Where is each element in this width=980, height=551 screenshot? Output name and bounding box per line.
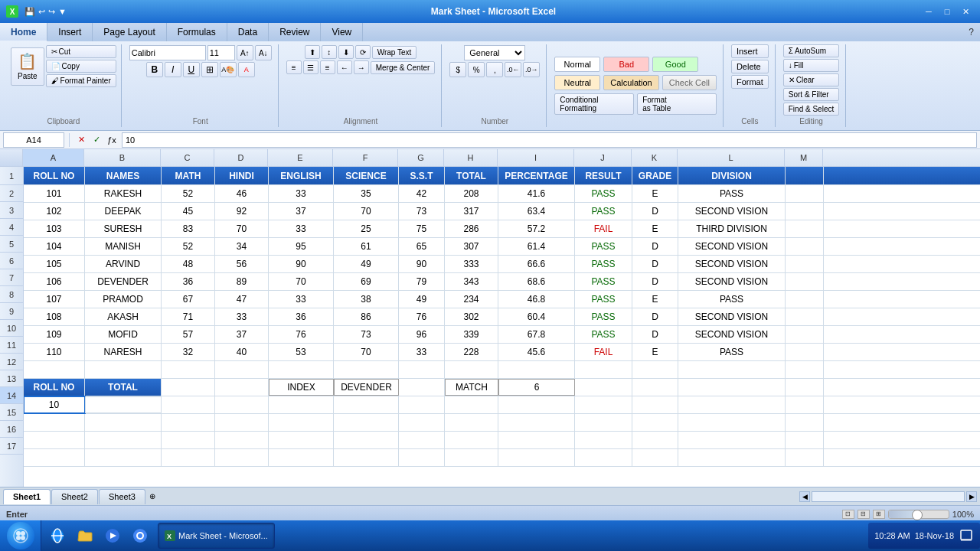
cell-C11[interactable]: 32 [162,344,215,360]
cell-B16[interactable] [85,432,162,448]
scroll-left-button[interactable]: ◀ [799,491,810,502]
cell-G5[interactable]: 65 [399,238,445,255]
cell-H4[interactable]: 286 [445,220,498,237]
cell-H6[interactable]: 333 [445,256,498,272]
row-header-10[interactable]: 10 [0,320,23,337]
cell-C7[interactable]: 36 [162,273,215,290]
cell-E17[interactable] [269,449,334,466]
tab-review[interactable]: Review [269,23,321,41]
cell-J9[interactable]: PASS [575,308,632,325]
cell-D4[interactable]: 70 [215,220,269,237]
cell-A2[interactable]: 101 [24,185,85,202]
sort-filter-button[interactable]: Sort & Filter [783,88,839,101]
cell-M8[interactable] [786,291,824,308]
cell-D3[interactable]: 92 [215,203,269,220]
col-header-I[interactable]: I [498,149,574,166]
cell-L6[interactable]: SECOND VISION [678,256,786,272]
cell-E5[interactable]: 95 [269,238,334,255]
cell-I9[interactable]: 60.4 [498,308,575,325]
cell-M2[interactable] [786,185,824,202]
row-header-17[interactable]: 17 [0,438,23,455]
cell-I15[interactable] [498,414,575,431]
cell-B6[interactable]: ARVIND [85,256,162,272]
maximize-button[interactable]: □ [939,5,956,18]
cell-F3[interactable]: 70 [334,203,399,220]
format-as-table-button[interactable]: Formatas Table [637,93,717,115]
align-top-button[interactable]: ⬆ [305,45,320,59]
cell-F17[interactable] [334,449,399,466]
font-shrink-button[interactable]: A↓ [255,45,272,60]
col-header-B[interactable]: B [84,149,161,166]
cell-B11[interactable]: NARESH [85,344,162,360]
row-header-12[interactable]: 12 [0,354,23,370]
cell-C1[interactable]: MATH [162,167,215,184]
cell-G15[interactable] [399,414,445,431]
normal-view-button[interactable]: ⊡ [842,510,854,519]
style-good[interactable]: Good [652,57,698,72]
chrome-icon[interactable] [127,523,153,549]
cell-I1[interactable]: PERCENTAGE [498,167,575,184]
cell-L1[interactable]: DIVISION [678,167,786,184]
wrap-text-button[interactable]: Wrap Text [372,46,417,59]
folder-icon[interactable] [72,523,98,549]
cell-A11[interactable]: 110 [24,344,85,360]
cut-button[interactable]: ✂ Cut [46,45,116,58]
insert-function-icon[interactable]: ƒx [105,133,119,147]
copy-button[interactable]: 📄 Copy [46,60,116,73]
cell-F5[interactable]: 61 [334,238,399,255]
cell-K2[interactable]: E [632,185,678,202]
delete-button[interactable]: Delete [731,60,769,73]
col-header-E[interactable]: E [268,149,333,166]
cell-B8[interactable]: PRAMOD [85,291,162,308]
cell-B15[interactable] [85,414,162,431]
cell-M17[interactable] [786,449,824,466]
cell-H11[interactable]: 228 [445,344,498,360]
cell-A4[interactable]: 103 [24,220,85,237]
cell-B1[interactable]: NAMES [85,167,162,184]
cell-I14[interactable] [498,396,575,413]
currency-button[interactable]: $ [449,62,466,77]
bold-button[interactable]: B [146,62,163,77]
cell-F6[interactable]: 49 [334,256,399,272]
row-header-16[interactable]: 16 [0,421,23,438]
cell-H9[interactable]: 302 [445,308,498,325]
style-check[interactable]: Check Cell [662,75,717,90]
cell-G6[interactable]: 90 [399,256,445,272]
col-header-G[interactable]: G [398,149,444,166]
quick-access-undo[interactable]: ↩ [38,7,45,17]
cell-J10[interactable]: PASS [575,326,632,343]
cell-H13[interactable]: MATCH [445,379,498,396]
cell-C10[interactable]: 57 [162,326,215,343]
cell-H14[interactable] [445,396,498,413]
cell-G10[interactable]: 96 [399,326,445,343]
cell-A15[interactable] [24,414,85,431]
cell-L12[interactable] [678,361,786,378]
cell-H8[interactable]: 234 [445,291,498,308]
cell-L14[interactable] [678,396,786,413]
cell-A3[interactable]: 102 [24,203,85,220]
cell-E10[interactable]: 76 [269,326,334,343]
cell-K8[interactable]: E [632,291,678,308]
cell-H2[interactable]: 208 [445,185,498,202]
cell-K14[interactable] [632,396,678,413]
cell-F7[interactable]: 69 [334,273,399,290]
cell-L11[interactable]: PASS [678,344,786,360]
cell-B13[interactable]: TOTAL [85,379,162,396]
percent-button[interactable]: % [468,62,485,77]
cell-K15[interactable] [632,414,678,431]
cell-A16[interactable] [24,432,85,448]
cell-A9[interactable]: 108 [24,308,85,325]
cell-E14[interactable] [269,396,334,413]
cell-D11[interactable]: 40 [215,344,269,360]
cell-G9[interactable]: 76 [399,308,445,325]
tab-data[interactable]: Data [227,23,269,41]
col-header-K[interactable]: K [632,149,678,166]
new-sheet-button[interactable]: ⊕ [146,489,158,504]
cell-F4[interactable]: 25 [334,220,399,237]
start-orb[interactable] [7,522,34,549]
cell-J1[interactable]: RESULT [575,167,632,184]
fill-color-button[interactable]: A🎨 [220,62,237,77]
cell-M12[interactable] [786,361,824,378]
cell-J2[interactable]: PASS [575,185,632,202]
cell-K7[interactable]: D [632,273,678,290]
